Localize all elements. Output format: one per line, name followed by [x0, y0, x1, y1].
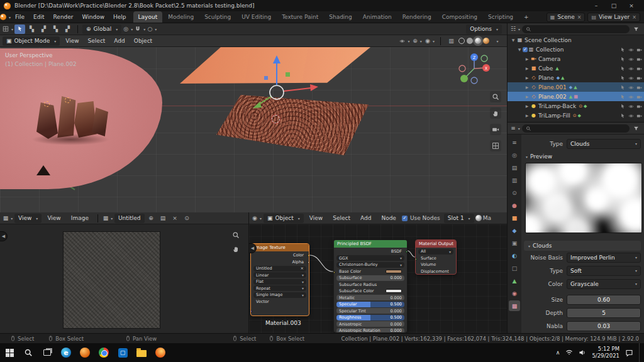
tab-output[interactable]: ▤ — [509, 162, 520, 173]
shader-context-dropdown[interactable]: ▣ Object▾ — [264, 214, 304, 223]
projection-dropdown[interactable]: Flat▾ — [253, 279, 306, 285]
shading-solid-button[interactable] — [467, 38, 473, 44]
hide-eye-icon[interactable] — [628, 56, 634, 62]
tab-constraints[interactable]: □ — [509, 263, 520, 273]
render-camera-icon[interactable] — [636, 103, 642, 109]
surface-input-socket[interactable] — [415, 258, 417, 261]
unlink-view-layer-icon[interactable]: × — [632, 14, 636, 20]
outliner-row-trilamp-back[interactable]: ▶ ● TriLamp-Back ⊙◆ — [508, 101, 644, 111]
color-dropdown[interactable]: Grayscale▾ — [567, 279, 641, 289]
tab-render[interactable]: ◎ — [509, 150, 520, 160]
view-layer-selector[interactable]: ▤ View Layer × — [587, 13, 640, 22]
base-color-input-socket[interactable] — [333, 271, 335, 274]
render-camera-icon[interactable] — [636, 75, 642, 81]
texture-type-dropdown[interactable]: Clouds▾ — [567, 139, 641, 149]
expand-icon[interactable]: ▶ — [524, 104, 530, 108]
workspace-tab-shading[interactable]: Shading — [324, 11, 357, 23]
hide-eye-icon[interactable] — [628, 103, 634, 109]
tab-view-layer[interactable]: ▥ — [509, 175, 520, 185]
editor-type-dropdown[interactable]: ☷▾ — [510, 25, 521, 34]
expand-icon[interactable]: ▶ — [524, 85, 530, 89]
tab-tool[interactable]: ≡ — [509, 137, 520, 148]
outliner-row-scene-collection[interactable]: ▼ ▦ Scene Collection — [508, 35, 644, 45]
proportional-editing-icon[interactable]: ○▾ — [147, 25, 157, 34]
store-icon[interactable]: ▢ — [113, 343, 132, 362]
viewport-menu-add[interactable]: Add — [109, 38, 129, 44]
volume-icon[interactable] — [579, 349, 586, 356]
workspace-tab-animation[interactable]: Animation — [358, 11, 397, 23]
tab-physics[interactable]: ◐ — [509, 250, 520, 261]
minimize-button[interactable]: – — [587, 0, 605, 11]
noise-basis-dropdown[interactable]: Improved Perlin▾ — [567, 253, 641, 263]
interpolation-dropdown[interactable]: Linear▾ — [253, 272, 306, 278]
outliner-row-camera[interactable]: ▶ Camera — [508, 54, 644, 63]
color-output-socket[interactable] — [308, 254, 309, 257]
outliner-row-trilamp-fill[interactable]: ▶ ● TriLamp-Fill ⊙◆ — [508, 111, 644, 120]
node-canvas[interactable]: Image Texture Color Alpha Untitled× Line… — [249, 224, 507, 333]
image-editor[interactable]: ▦▾ View▾ View Image ▦▾ Untitled ⊕ ▤ × ⊙ … — [0, 212, 249, 333]
menu-window[interactable]: Window — [78, 11, 109, 23]
snap-magnet-icon[interactable]: ▾ — [135, 25, 145, 34]
hide-eye-icon[interactable] — [628, 47, 634, 53]
workspace-tab-layout[interactable]: Layout — [133, 11, 163, 23]
image-datablock-field[interactable]: Untitled× — [253, 266, 306, 272]
workspace-tab-rendering[interactable]: Rendering — [397, 11, 436, 23]
selectable-icon[interactable] — [620, 65, 626, 72]
edge-icon[interactable]: e — [57, 343, 75, 362]
selectable-icon[interactable] — [620, 47, 626, 53]
metallic-slider[interactable]: Metallic0.000 — [336, 295, 404, 300]
selectable-icon[interactable] — [620, 112, 626, 119]
specular-tint-slider[interactable]: Specular Tint0.000 — [336, 308, 404, 314]
menu-help[interactable]: Help — [109, 11, 131, 23]
outliner-row-plane[interactable]: ▶ ◇ Plane ◆▲ — [508, 73, 644, 82]
shader-menu-add[interactable]: Add — [356, 212, 375, 224]
outliner-row-collection[interactable]: ▼ ✓ ▥ Collection — [508, 45, 644, 54]
workspace-tab-compositing[interactable]: Compositing — [437, 11, 482, 23]
workspace-tab-scripting[interactable]: Scripting — [483, 11, 518, 23]
close-button[interactable]: × — [623, 0, 640, 11]
image-menu-view[interactable]: View — [43, 212, 65, 224]
navigation-gizmo[interactable]: Z X — [458, 52, 491, 85]
expand-icon[interactable]: ▶ — [524, 75, 530, 80]
distribution-dropdown[interactable]: GGX▾ — [336, 255, 404, 261]
workspace-tab-modeling[interactable]: Modeling — [163, 11, 199, 23]
preview-section-header[interactable]: ▾Preview — [524, 151, 641, 162]
image-menu-image[interactable]: Image — [67, 212, 93, 224]
noise-type-dropdown[interactable]: Soft▾ — [567, 266, 641, 276]
editor-type-dropdown[interactable]: ▾ — [3, 25, 13, 34]
render-camera-icon[interactable] — [636, 94, 642, 100]
hide-eye-icon[interactable] — [628, 112, 634, 119]
scene-selector[interactable]: ▦ Scene × — [547, 13, 586, 22]
shader-menu-select[interactable]: Select — [328, 212, 355, 224]
selectable-icon[interactable] — [620, 56, 626, 62]
start-button[interactable] — [0, 343, 19, 362]
active-tool-select-box[interactable] — [14, 25, 25, 34]
viewport-menu-view[interactable]: View — [61, 38, 83, 44]
render-camera-icon[interactable] — [636, 65, 642, 72]
properties-editor[interactable]: ≡▾ ≡ ◎ ▤ ▥ ⊙ ● ■ ◆ ▣ ◐ □ ▲ ◉ ▩ Type — [507, 123, 644, 333]
task-view-button[interactable] — [38, 343, 57, 362]
pivot-point-dropdown[interactable]: ◎▾ — [123, 25, 133, 34]
expand-icon[interactable]: ▶ — [524, 57, 530, 61]
java-icon[interactable] — [75, 343, 94, 362]
camera-view-icon[interactable] — [490, 124, 501, 135]
pan-hand-icon[interactable] — [490, 107, 501, 119]
node-header[interactable]: Principled BSDF — [334, 240, 407, 248]
expand-icon[interactable]: ▼ — [516, 47, 523, 52]
select-mode-subtract-icon[interactable]: ▚ — [50, 25, 61, 34]
options-dropdown[interactable]: Options▾ — [466, 25, 502, 34]
taskbar-clock[interactable]: 5:12 PM 5/29/2021 — [592, 346, 619, 359]
tab-texture[interactable]: ▩ — [509, 300, 520, 311]
render-camera-icon[interactable] — [636, 112, 642, 119]
hide-eye-icon[interactable] — [628, 65, 634, 72]
clouds-section-header[interactable]: ▾Clouds — [524, 241, 641, 251]
open-image-icon[interactable]: ▤ — [158, 214, 169, 223]
subsurface-method-dropdown[interactable]: Christensen-Burley▾ — [336, 262, 404, 268]
selectable-icon[interactable] — [620, 94, 626, 100]
tab-scene[interactable]: ⊙ — [509, 187, 520, 198]
render-camera-icon[interactable] — [636, 84, 642, 90]
anisotropic-slider[interactable]: Anisotropic0.000 — [336, 321, 404, 327]
show-desktop-button[interactable] — [639, 343, 641, 362]
collection-checkbox[interactable]: ✓ — [523, 47, 528, 52]
move-gizmo[interactable] — [239, 47, 327, 123]
